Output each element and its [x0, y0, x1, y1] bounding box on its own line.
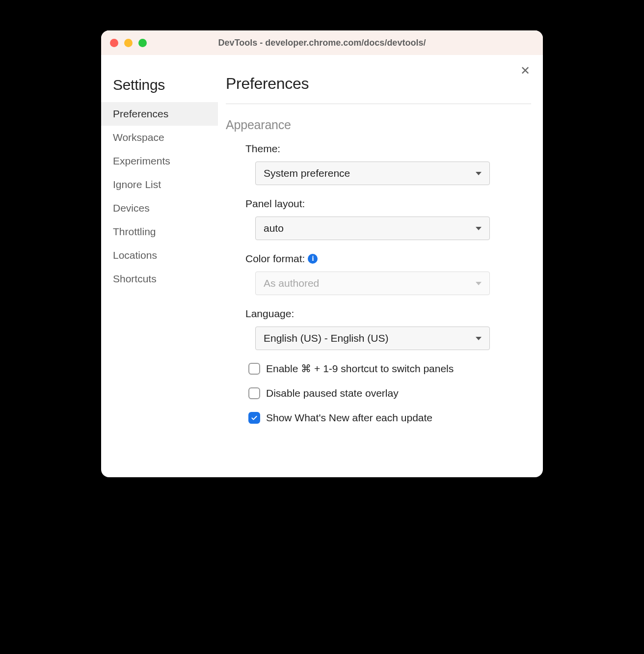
close-icon[interactable]: ✕: [520, 65, 530, 77]
language-value: English (US) - English (US): [264, 332, 388, 344]
traffic-lights: [110, 39, 147, 47]
sidebar-item-workspace[interactable]: Workspace: [101, 126, 218, 149]
devtools-window: DevTools - developer.chrome.com/docs/dev…: [101, 30, 543, 477]
checkbox[interactable]: [248, 363, 260, 375]
section-appearance: Appearance: [226, 118, 531, 132]
field-language: Language: English (US) - English (US): [245, 308, 531, 350]
sidebar-item-shortcuts[interactable]: Shortcuts: [101, 267, 218, 291]
sidebar-item-label: Experiments: [113, 155, 170, 167]
checkbox[interactable]: [248, 412, 260, 424]
checkbox-label: Disable paused state overlay: [266, 387, 399, 399]
panel-layout-select[interactable]: auto: [255, 217, 490, 240]
window-title: DevTools - developer.chrome.com/docs/dev…: [101, 38, 543, 48]
chevron-down-icon: [476, 227, 482, 230]
field-panel-layout: Panel layout: auto: [245, 198, 531, 240]
sidebar-item-label: Preferences: [113, 108, 168, 120]
language-label: Language:: [245, 308, 531, 320]
theme-select[interactable]: System preference: [255, 162, 490, 185]
color-format-label: Color format: i: [245, 253, 531, 265]
field-theme: Theme: System preference: [245, 143, 531, 185]
sidebar: Settings PreferencesWorkspaceExperiments…: [101, 70, 218, 463]
sidebar-item-label: Workspace: [113, 132, 164, 143]
sidebar-title: Settings: [101, 70, 218, 102]
checkbox[interactable]: [248, 387, 260, 399]
sidebar-item-throttling[interactable]: Throttling: [101, 220, 218, 244]
sidebar-item-devices[interactable]: Devices: [101, 196, 218, 220]
field-color-format: Color format: i As authored: [245, 253, 531, 295]
sidebar-item-experiments[interactable]: Experiments: [101, 149, 218, 173]
chevron-down-icon: [476, 337, 482, 340]
sidebar-item-ignore-list[interactable]: Ignore List: [101, 173, 218, 196]
titlebar: DevTools - developer.chrome.com/docs/dev…: [101, 30, 543, 55]
sidebar-item-preferences[interactable]: Preferences: [101, 102, 218, 126]
sidebar-item-locations[interactable]: Locations: [101, 244, 218, 267]
sidebar-item-label: Locations: [113, 249, 157, 261]
checkbox-row: Enable ⌘ + 1-9 shortcut to switch panels: [248, 363, 531, 375]
checkbox-label: Enable ⌘ + 1-9 shortcut to switch panels: [266, 363, 454, 375]
color-format-select: As authored: [255, 272, 490, 295]
chevron-down-icon: [476, 282, 482, 285]
language-select[interactable]: English (US) - English (US): [255, 327, 490, 350]
panel-layout-value: auto: [264, 222, 284, 234]
main-panel: Preferences Appearance Theme: System pre…: [218, 70, 543, 463]
checkbox-row: Disable paused state overlay: [248, 387, 531, 399]
sidebar-item-label: Shortcuts: [113, 273, 157, 285]
page-title: Preferences: [226, 70, 531, 104]
checkbox-label: Show What's New after each update: [266, 412, 432, 424]
panel-layout-label: Panel layout:: [245, 198, 531, 210]
maximize-window-button[interactable]: [138, 39, 147, 47]
check-icon: [250, 414, 258, 422]
sidebar-item-label: Throttling: [113, 226, 156, 238]
theme-value: System preference: [264, 167, 350, 179]
settings-content: ✕ Settings PreferencesWorkspaceExperimen…: [101, 55, 543, 477]
minimize-window-button[interactable]: [124, 39, 133, 47]
checkbox-row: Show What's New after each update: [248, 412, 531, 424]
sidebar-item-label: Devices: [113, 202, 150, 214]
sidebar-item-label: Ignore List: [113, 179, 161, 191]
chevron-down-icon: [476, 172, 482, 175]
info-icon[interactable]: i: [308, 254, 318, 264]
theme-label: Theme:: [245, 143, 531, 155]
close-window-button[interactable]: [110, 39, 118, 47]
color-format-value: As authored: [264, 277, 319, 289]
